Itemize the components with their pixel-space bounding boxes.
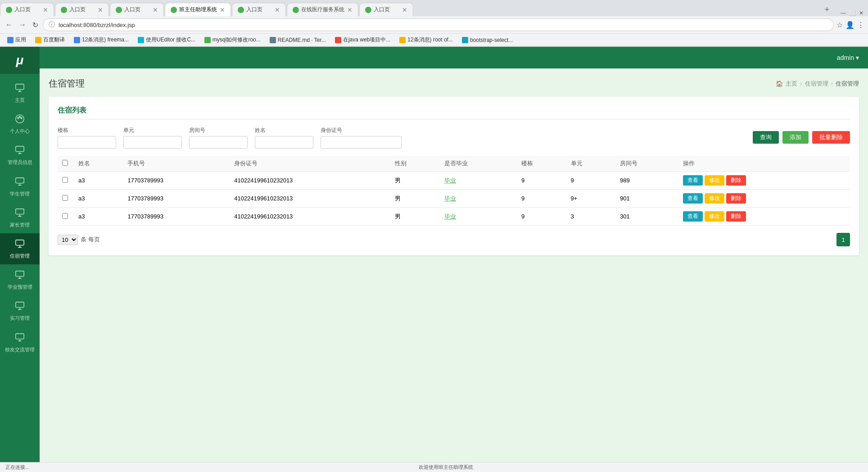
edit-btn-0[interactable]: 修改 (705, 175, 724, 186)
tab-close-0[interactable]: ✕ (40, 6, 48, 14)
select-all-checkbox[interactable] (62, 160, 68, 166)
browser-tab-6[interactable]: 入口页✕ (359, 3, 413, 16)
url-box[interactable]: ⓘ localhost:8080/bzrzl/index.jsp (43, 18, 834, 31)
menu-button[interactable]: ⋮ (857, 21, 864, 29)
svg-point-2 (18, 118, 19, 119)
graduated-link-1[interactable]: 毕业 (444, 195, 456, 202)
per-page-select[interactable]: 10 20 50 (58, 235, 78, 245)
bookmark-icon-5 (270, 37, 276, 43)
nav-item-7[interactable]: 实习管理 (0, 295, 40, 327)
filter-room-input[interactable] (189, 136, 248, 149)
maximize-button[interactable]: ⬜ (849, 10, 855, 16)
tab-close-5[interactable]: ✕ (344, 6, 353, 14)
view-btn-2[interactable]: 查看 (683, 211, 703, 222)
forward-button[interactable]: → (17, 20, 28, 30)
reload-button[interactable]: ↻ (31, 20, 40, 30)
batch-delete-button[interactable]: 批量删除 (812, 131, 850, 144)
nav-item-5[interactable]: 住宿管理 (0, 233, 40, 264)
browser-tab-3[interactable]: 班主任助理系统✕ (165, 3, 231, 16)
nav-item-1[interactable]: 个人中心 (0, 109, 40, 140)
tab-close-6[interactable]: ✕ (399, 6, 407, 14)
nav-item-3[interactable]: 学生管理 (0, 171, 40, 202)
bookmark-4[interactable]: mysql如何修改roo... (201, 35, 264, 45)
close-button[interactable]: ✕ (858, 10, 864, 16)
page-btn-1[interactable]: 1 (836, 233, 850, 246)
nav-item-0[interactable]: 主页 (0, 77, 40, 109)
browser-tab-5[interactable]: 在线医疗服务系统✕ (287, 3, 358, 16)
nav-item-6[interactable]: 学业预管理 (0, 264, 40, 295)
cell-room-2: 301 (615, 208, 678, 226)
bookmark-8[interactable]: bootstrap-select... (458, 36, 516, 44)
svg-rect-10 (16, 302, 24, 308)
minimize-button[interactable]: — (840, 10, 846, 16)
tab-icon-6 (365, 7, 371, 13)
pagination-row: 10 20 50 条 每页 1 (58, 233, 850, 246)
bookmark-2[interactable]: 12条消息) freema... (70, 35, 132, 45)
delete-btn-0[interactable]: 删除 (726, 175, 746, 186)
graduated-link-0[interactable]: 毕业 (444, 177, 456, 184)
bookmark-0[interactable]: 应用 (4, 35, 30, 45)
action-btns-2: 查看 修改 删除 (683, 211, 845, 222)
filter-buttons: 查询 添加 批量删除 (753, 131, 850, 145)
tab-close-1[interactable]: ✕ (95, 6, 103, 14)
star-button[interactable]: ☆ (836, 21, 843, 29)
bookmark-7[interactable]: 12条消息) root of... (396, 35, 457, 45)
breadcrumb-level2: 住宿管理 (836, 80, 859, 88)
cell-building-2: 9 (517, 208, 566, 226)
profile-button[interactable]: 👤 (845, 21, 854, 29)
admin-dropdown-icon: ▾ (856, 54, 859, 61)
nav-item-4[interactable]: 家长管理 (0, 202, 40, 233)
tab-close-3[interactable]: ✕ (217, 6, 225, 14)
tab-icon-0 (6, 7, 12, 13)
bookmark-6[interactable]: 在java web项目中... (331, 35, 394, 45)
new-tab-button[interactable]: + (820, 3, 834, 16)
row-checkbox-2[interactable] (62, 213, 68, 219)
row-checkbox-1[interactable] (62, 195, 68, 201)
bookmark-icon-0 (7, 37, 14, 43)
bookmark-label-4: mysql如何修改roo... (212, 36, 261, 44)
breadcrumb-home[interactable]: 主页 (786, 80, 797, 88)
window-controls: — ⬜ ✕ (834, 10, 868, 16)
query-button[interactable]: 查询 (753, 131, 779, 144)
svg-rect-8 (16, 240, 24, 245)
browser-tab-2[interactable]: 入口页✕ (110, 3, 164, 16)
tab-close-2[interactable]: ✕ (150, 6, 158, 14)
bookmark-label-8: bootstrap-select... (470, 37, 513, 43)
row-checkbox-0[interactable] (62, 177, 68, 183)
browser-tab-0[interactable]: 入口页✕ (0, 3, 54, 16)
delete-btn-1[interactable]: 删除 (726, 193, 746, 204)
bookmark-1[interactable]: 百度翻译 (32, 35, 68, 45)
filter-unit-input[interactable] (123, 136, 182, 149)
back-button[interactable]: ← (4, 20, 14, 30)
nav-item-2[interactable]: 管理员信息 (0, 140, 40, 171)
admin-menu[interactable]: admin ▾ (837, 54, 859, 61)
bookmark-label-6: 在java web项目中... (343, 36, 390, 44)
cell-idcard-1: 410224199610232013 (230, 190, 390, 208)
filter-building: 楼栋 (58, 127, 116, 149)
bookmark-5[interactable]: README.md · Ter... (266, 36, 330, 44)
edit-btn-1[interactable]: 修改 (705, 193, 724, 204)
add-button[interactable]: 添加 (782, 131, 809, 144)
bookmark-3[interactable]: 使用UEditor 接收C... (134, 35, 199, 45)
edit-btn-2[interactable]: 修改 (705, 211, 724, 222)
page-title: 住宿管理 (49, 77, 85, 90)
filter-building-input[interactable] (58, 136, 116, 149)
home-icon: 🏠 (776, 80, 783, 87)
filter-name-input[interactable] (255, 136, 313, 149)
nav-label-0: 主页 (15, 97, 25, 103)
browser-tab-4[interactable]: 入口页✕ (232, 3, 286, 16)
view-btn-0[interactable]: 查看 (683, 175, 703, 186)
delete-btn-2[interactable]: 删除 (726, 211, 746, 222)
nav-label-5: 住宿管理 (10, 253, 30, 259)
filter-room-label: 房间号 (189, 127, 248, 134)
bookmark-icon-2 (74, 37, 80, 43)
browser-tab-1[interactable]: 入口页✕ (55, 3, 109, 16)
filter-id-input[interactable] (321, 136, 402, 149)
nav-item-8[interactable]: 校友交流管理 (0, 327, 40, 358)
view-btn-1[interactable]: 查看 (683, 193, 703, 204)
tab-close-4[interactable]: ✕ (272, 6, 280, 14)
cell-building-0: 9 (517, 172, 566, 190)
breadcrumb-level1[interactable]: 住宿管理 (805, 80, 828, 88)
graduated-link-2[interactable]: 毕业 (444, 213, 456, 220)
per-page-label: 条 每页 (81, 236, 100, 244)
